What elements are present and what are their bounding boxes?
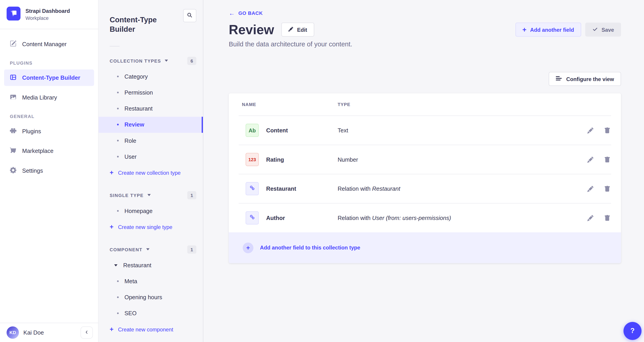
- table-header: NAME TYPE: [229, 93, 621, 116]
- create-single-type-link[interactable]: + Create new single type: [98, 219, 203, 235]
- table-row: Restaurant Relation with Restaurant: [229, 174, 621, 203]
- help-button[interactable]: ?: [624, 322, 642, 340]
- count-badge: 1: [187, 245, 196, 254]
- section-collection-types: COLLECTION TYPES 6 Category Permission R…: [98, 56, 203, 181]
- plus-icon: +: [110, 224, 114, 230]
- number-field-badge: 123: [246, 153, 259, 166]
- user-name: Kai Doe: [24, 329, 76, 336]
- check-icon: [592, 26, 598, 33]
- bullet-icon: [117, 312, 118, 314]
- chevron-down-icon: [147, 194, 151, 196]
- workspace-title: Strapi Dashboard: [26, 8, 70, 14]
- section-toggle-component[interactable]: COMPONENT: [110, 247, 149, 252]
- sidebar-item-content-manager[interactable]: Content Manager: [4, 36, 94, 52]
- sidebar-item-label: Content-Type Builder: [22, 74, 80, 81]
- text-field-badge: Ab: [246, 124, 259, 137]
- chevron-left-icon: [84, 329, 89, 335]
- go-back-link[interactable]: ← GO BACK: [229, 10, 263, 16]
- sidebar-heading-general: GENERAL: [10, 114, 94, 119]
- field-type: Relation with Restaurant: [338, 186, 587, 192]
- bullet-icon: [117, 108, 118, 109]
- section-toggle-single-type[interactable]: SINGLE TYPE: [110, 193, 151, 198]
- subnav-item-review[interactable]: Review: [98, 117, 203, 133]
- edit-button[interactable]: Edit: [282, 23, 314, 37]
- edit-field-button[interactable]: [587, 127, 594, 134]
- search-button[interactable]: [183, 9, 196, 22]
- section-single-type: SINGLE TYPE 1 Homepage + Create new sing…: [98, 191, 203, 235]
- chevron-down-icon: [165, 60, 168, 62]
- plus-icon: +: [110, 170, 114, 176]
- subnav-item-opening-hours[interactable]: Opening hours: [98, 289, 203, 305]
- delete-field-button[interactable]: [604, 127, 610, 134]
- field-name: Rating: [266, 156, 338, 163]
- avatar[interactable]: KD: [6, 326, 19, 339]
- save-button[interactable]: Save: [585, 23, 621, 37]
- search-icon: [187, 12, 193, 19]
- subnav-item-user[interactable]: User: [98, 149, 203, 165]
- table-row: Ab Content Text: [229, 116, 621, 145]
- subnav-item-role[interactable]: Role: [98, 133, 203, 149]
- fields-table-card: NAME TYPE Ab Content Text 123 Rating Num…: [229, 93, 621, 263]
- sidebar-item-plugins[interactable]: Plugins: [4, 123, 94, 139]
- subnav-divider: [110, 46, 120, 46]
- configure-lines-icon: [556, 76, 562, 82]
- arrow-left-icon: ←: [229, 10, 235, 16]
- main-content: ← GO BACK Review Edit + Add another fiel…: [203, 0, 644, 342]
- subnav-item-restaurant-component[interactable]: Restaurant: [98, 257, 203, 273]
- subnav-item-permission[interactable]: Permission: [98, 85, 203, 101]
- column-header-type: TYPE: [338, 102, 610, 107]
- delete-field-button[interactable]: [604, 156, 610, 163]
- table-row: 123 Rating Number: [229, 145, 621, 174]
- sidebar-item-media-library[interactable]: Media Library: [4, 89, 94, 106]
- delete-field-button[interactable]: [604, 186, 610, 192]
- puzzle-icon: [10, 127, 16, 135]
- sidebar-item-marketplace[interactable]: Marketplace: [4, 143, 94, 159]
- relation-field-badge: [246, 211, 259, 224]
- table-row: Author Relation with User (from: users-p…: [229, 204, 621, 233]
- sidebar-item-label: Plugins: [22, 128, 41, 134]
- bullet-icon: [117, 280, 118, 282]
- field-type: Text: [338, 127, 587, 134]
- subnav-item-seo[interactable]: SEO: [98, 305, 203, 321]
- collapse-sidebar-button[interactable]: [80, 326, 93, 339]
- content-type-builder-subnav: Content-Type Builder COLLECTION TYPES 6 …: [98, 0, 203, 342]
- content-type-builder-icon: [10, 74, 16, 82]
- delete-field-button[interactable]: [604, 215, 610, 221]
- sidebar-item-content-type-builder[interactable]: Content-Type Builder: [4, 70, 94, 86]
- sidebar-item-settings[interactable]: Settings: [4, 162, 94, 179]
- edit-field-button[interactable]: [587, 186, 594, 192]
- page-subtitle: Build the data architecture of your cont…: [229, 41, 621, 48]
- workspace-brand[interactable]: Strapi Dashboard Workplace: [0, 0, 98, 29]
- cart-icon: [10, 147, 16, 155]
- subnav-item-homepage[interactable]: Homepage: [98, 203, 203, 219]
- sidebar-nav: Content Manager PLUGINS Content-Type Bui…: [0, 29, 98, 323]
- subnav-item-meta[interactable]: Meta: [98, 273, 203, 289]
- content-manager-icon: [10, 40, 16, 48]
- bullet-icon: [117, 140, 118, 142]
- create-collection-type-link[interactable]: + Create new collection type: [98, 165, 203, 181]
- field-name: Restaurant: [266, 186, 338, 192]
- field-name: Author: [266, 215, 338, 221]
- configure-view-button[interactable]: Configure the view: [549, 72, 621, 86]
- section-toggle-collection-types[interactable]: COLLECTION TYPES: [110, 58, 168, 63]
- add-field-row[interactable]: + Add another field to this collection t…: [229, 232, 621, 263]
- add-another-field-button[interactable]: + Add another field: [515, 23, 581, 37]
- sidebar-item-label: Marketplace: [22, 147, 54, 154]
- subnav-item-restaurant[interactable]: Restaurant: [98, 101, 203, 117]
- plus-icon: +: [110, 326, 114, 333]
- chevron-down-icon: [114, 264, 118, 266]
- section-component: COMPONENT 1 Restaurant Meta Opening hour…: [98, 245, 203, 337]
- count-badge: 1: [187, 191, 196, 199]
- media-library-icon: [10, 93, 16, 101]
- bullet-icon: [117, 76, 118, 78]
- sidebar-item-label: Settings: [22, 167, 43, 174]
- subnav-item-category[interactable]: Category: [98, 69, 203, 85]
- edit-field-button[interactable]: [587, 215, 594, 221]
- workspace-subtitle: Workplace: [26, 15, 70, 21]
- link-icon: [249, 214, 255, 222]
- link-icon: [249, 185, 255, 192]
- strapi-logo-icon: [6, 7, 20, 22]
- gear-icon: [10, 167, 16, 174]
- edit-field-button[interactable]: [587, 156, 594, 163]
- create-component-link[interactable]: + Create new component: [98, 321, 203, 337]
